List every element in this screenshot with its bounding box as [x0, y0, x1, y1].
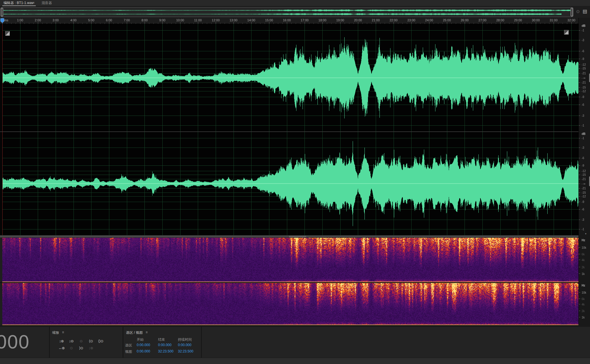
scale-label: 10k — [582, 246, 586, 249]
playhead-handle-icon[interactable] — [0, 18, 4, 23]
overview-left-handle[interactable] — [1, 8, 3, 16]
zoom-panel-title: 缩放 — [52, 330, 59, 335]
scale-label: -1 — [582, 137, 584, 140]
zoom-in-horizontal-button[interactable]: ↔⊕ — [57, 345, 66, 351]
scale-tick — [579, 97, 580, 97]
scale-label: -12 — [582, 90, 586, 93]
ruler-minute-label: 5:00 — [85, 18, 97, 22]
scale-tick — [579, 138, 580, 138]
splitter-grip-icon[interactable] — [289, 236, 306, 237]
selection-time-value[interactable]: 0:00.000 — [137, 343, 150, 347]
scale-label: -3 — [582, 39, 584, 42]
waveform-channel-2-canvas[interactable] — [2, 132, 578, 235]
channel-corner-handle-icon-left[interactable] — [5, 31, 10, 36]
playhead-time-display[interactable]: 0:00.000 — [0, 331, 30, 353]
scale-tick — [579, 254, 580, 254]
overview-waveform-canvas[interactable] — [3, 8, 570, 16]
playhead-line[interactable] — [2, 24, 3, 235]
ruler-minute-label: 28:00 — [495, 18, 506, 22]
selection-panel-menu-icon[interactable]: ≡ — [146, 330, 148, 334]
ruler-minute-label: 19:00 — [335, 18, 346, 22]
ruler-minute-label: 17:00 — [299, 18, 310, 22]
ruler-minute-label: 31:00 — [548, 18, 559, 22]
ruler-minute-label: 4:00 — [68, 18, 79, 22]
zoom-in-at-in-point-button[interactable]: ⟨⊙ — [87, 338, 95, 344]
ruler-minute-label: 8:00 — [139, 18, 150, 22]
scale-collapse-arrow-icon[interactable]: ▾ — [585, 232, 587, 235]
scale-label: dB — [582, 24, 585, 27]
scale-tick — [579, 179, 580, 179]
ruler-minute-label: 32:00 — [565, 18, 577, 22]
scale-tick — [579, 40, 580, 40]
ruler-minute-label: 13:00 — [228, 18, 239, 22]
ruler-minute-label: 24:00 — [423, 18, 435, 22]
scale-label: -15 — [582, 173, 586, 176]
scale-label: 6k — [582, 253, 585, 256]
panel-separator — [49, 327, 50, 358]
spectrogram-channel-2-canvas[interactable] — [2, 283, 578, 325]
scale-label: -1 — [582, 228, 584, 231]
scale-label: -6 — [582, 156, 584, 160]
scale-tick — [579, 188, 580, 188]
active-tab-underline — [2, 5, 36, 6]
zoom-out-vertical-button[interactable]: ↕⊖ — [67, 338, 76, 344]
scale-tick — [579, 260, 580, 260]
scale-tick — [579, 125, 580, 126]
tab-mixer[interactable]: 混音器 — [40, 0, 53, 6]
zoom-in-vertical-button[interactable]: ↕⊕ — [57, 338, 66, 344]
selection-column-header: 结束 — [158, 337, 165, 342]
panel-separator — [201, 327, 202, 358]
time-ruler[interactable]: hms 1:002:003:004:005:006:007:008:009:00… — [0, 18, 578, 24]
selection-time-value[interactable]: 32:23.500 — [178, 349, 193, 353]
ruler-minute-label: 21:00 — [370, 18, 382, 22]
selection-time-value[interactable]: 0:00.000 — [158, 343, 172, 347]
scale-tick — [579, 304, 580, 304]
ruler-minute-label: 15:00 — [263, 18, 275, 22]
scale-tick — [579, 30, 580, 31]
scale-tick — [579, 209, 580, 210]
scale-tick — [579, 274, 580, 274]
scale-tick — [579, 65, 580, 65]
scale-tick — [579, 59, 580, 59]
zoom-reset-button: ⊙ — [67, 345, 76, 351]
zoom-in-at-out-point-button[interactable]: ⟩⊙ — [77, 345, 85, 351]
overview-right-handle[interactable] — [571, 8, 573, 16]
overview-zoom-reset-icon[interactable]: ⊙ — [576, 9, 580, 14]
scale-tick — [579, 68, 580, 69]
spectrogram-channel-1-canvas[interactable] — [2, 238, 578, 282]
zoom-vertical-full-button: ↕⊕ — [87, 345, 95, 351]
scale-label: -15 — [582, 191, 586, 194]
selection-time-value[interactable]: 0:00.000 — [137, 349, 150, 353]
ruler-minute-label: 22:00 — [388, 18, 399, 22]
scale-label: -3 — [582, 114, 584, 117]
amplitude-frequency-scale-column[interactable]: ▾ dB-1-1-3-3-6-6-9-9-12-12-15-15-21-21- … — [578, 18, 590, 325]
scale-label: -15 — [582, 67, 586, 70]
scale-tick — [579, 247, 580, 248]
scale-label: -1 — [582, 29, 584, 32]
waveform-channel-1-canvas[interactable] — [2, 24, 578, 131]
ruler-minute-label: 26:00 — [459, 18, 470, 22]
scale-label: 10k — [582, 291, 586, 294]
ruler-minute-label: 20:00 — [352, 18, 364, 22]
channel-corner-handle-icon-right[interactable] — [564, 30, 569, 35]
tab-mixer-label: 混音器 — [42, 1, 52, 5]
scale-tick — [579, 51, 580, 51]
scale-label: -3 — [582, 218, 584, 221]
scale-tick — [579, 91, 580, 91]
ruler-minute-label: 14:00 — [245, 18, 257, 22]
ruler-minute-label: 2:00 — [32, 18, 44, 22]
selection-panel-title: 选区 / 视图 — [126, 330, 143, 335]
scale-tick — [579, 116, 580, 116]
zoom-to-selection-button[interactable]: ⟨⟩⊙ — [96, 338, 105, 344]
zoom-panel-menu-icon[interactable]: ≡ — [62, 330, 64, 334]
scale-tick — [579, 202, 580, 202]
time-display-panel: 0:00.000 — [0, 329, 49, 357]
overview-waveform-box[interactable] — [1, 7, 573, 17]
overview-menu-icon[interactable]: ▤ — [583, 8, 587, 14]
scale-tick — [579, 184, 580, 184]
selection-time-value[interactable]: 32:23.500 — [158, 349, 173, 353]
selection-time-value[interactable]: 0:00.000 — [178, 343, 191, 347]
scale-tick — [579, 299, 580, 299]
scale-tick — [579, 196, 580, 197]
scale-label: -9 — [582, 95, 584, 99]
